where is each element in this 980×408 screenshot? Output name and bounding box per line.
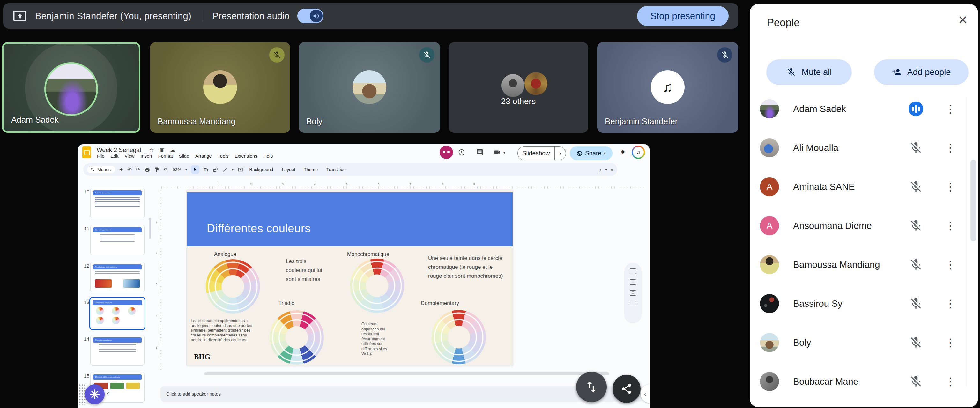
more-options-button[interactable]: ⋮ bbox=[945, 102, 956, 115]
menu-view[interactable]: View bbox=[124, 153, 134, 159]
more-options-button[interactable]: ⋮ bbox=[945, 142, 956, 154]
slide-thumbnail-13-selected[interactable]: Différentes couleurs bbox=[89, 297, 145, 330]
menu-slide[interactable]: Slide bbox=[179, 153, 189, 159]
paint-format-icon[interactable] bbox=[154, 167, 159, 172]
folder-icon[interactable] bbox=[630, 301, 636, 306]
speaker-notes-input[interactable]: Click to add speaker notes bbox=[161, 386, 643, 402]
drag-handle[interactable] bbox=[78, 384, 86, 405]
search-menus-button[interactable]: Menus bbox=[87, 166, 115, 173]
swap-presentation-button[interactable] bbox=[576, 371, 607, 402]
list-scrollbar[interactable] bbox=[970, 159, 976, 241]
slide-thumbnail-10[interactable]: Activité des polices bbox=[90, 188, 145, 218]
menu-arrange[interactable]: Arrange bbox=[195, 153, 212, 159]
collapse-toolbar-icon[interactable]: ∧ bbox=[610, 167, 614, 172]
redo-icon[interactable]: ↷ bbox=[136, 167, 140, 172]
move-folder-icon[interactable]: ▣ bbox=[159, 147, 164, 153]
collapse-widget-icon[interactable]: ‹ bbox=[107, 388, 110, 398]
list-item[interactable]: Boly ⋮ bbox=[760, 323, 956, 362]
slide-canvas[interactable]: Différentes couleurs Analogue Les trois … bbox=[187, 190, 513, 365]
menu-bar: File Edit View Insert Format Slide Arran… bbox=[97, 153, 273, 159]
list-item[interactable]: Adam Sadek ⋮ bbox=[760, 89, 956, 128]
tile-bamoussa-mandiang[interactable]: Bamoussa Mandiang bbox=[150, 42, 290, 133]
gemini-floating-button[interactable] bbox=[85, 384, 105, 404]
chevron-down-icon[interactable]: ▾ bbox=[232, 168, 234, 171]
gemini-icon[interactable]: ✦ bbox=[619, 148, 626, 157]
menu-tools[interactable]: Tools bbox=[218, 153, 229, 159]
doc-title[interactable]: Week 2 Senegal bbox=[97, 147, 141, 153]
pointer-mode-icon[interactable]: ▷ bbox=[599, 167, 602, 172]
tile-benjamin-standefer[interactable]: ♫ Benjamin Standefer bbox=[597, 42, 738, 133]
mic-off-icon bbox=[909, 297, 923, 310]
contacts-icon[interactable] bbox=[630, 279, 636, 285]
tile-adam-sadek[interactable]: Adam Sadek bbox=[2, 42, 140, 133]
background-button[interactable]: Background bbox=[250, 167, 274, 172]
menu-extensions[interactable]: Extensions bbox=[234, 153, 257, 159]
filmstrip-scrollbar[interactable] bbox=[149, 218, 151, 239]
presentation-audio-toggle[interactable] bbox=[298, 9, 323, 23]
slide-thumbnail-14[interactable]: Questions pratiques bbox=[90, 335, 145, 365]
version-history-icon[interactable] bbox=[458, 149, 465, 156]
list-item[interactable]: A Aminata SANE ⋮ bbox=[760, 167, 956, 206]
transition-button[interactable]: Transition bbox=[326, 167, 346, 172]
list-item[interactable]: Bamoussa Mandiang ⋮ bbox=[760, 245, 956, 284]
meet-camera-icon[interactable] bbox=[493, 149, 501, 156]
tile-boly[interactable]: Boly bbox=[299, 42, 440, 133]
account-avatar[interactable]: ♫ bbox=[632, 145, 645, 159]
zoom-level[interactable]: 93% bbox=[173, 167, 181, 172]
new-slide-button[interactable]: + bbox=[119, 166, 123, 173]
insert-placeholder-tool[interactable] bbox=[238, 167, 243, 172]
menu-help[interactable]: Help bbox=[263, 153, 273, 159]
slideshow-button[interactable]: Slideshow ▾ bbox=[517, 146, 566, 160]
share-screen-button[interactable] bbox=[612, 375, 641, 403]
text-complementary: Couleurs opposées qui ressortent (couram… bbox=[361, 322, 394, 357]
chevron-down-icon[interactable]: ▾ bbox=[503, 150, 505, 155]
list-item[interactable]: Ali Moualla ⋮ bbox=[760, 128, 956, 167]
tile-23-others[interactable]: 23 others bbox=[449, 42, 588, 133]
participant-name: Bassirou Sy bbox=[793, 298, 843, 309]
image-search-icon[interactable] bbox=[630, 290, 636, 296]
menu-format[interactable]: Format bbox=[158, 153, 173, 159]
swap-vertical-icon bbox=[584, 379, 599, 394]
menu-insert[interactable]: Insert bbox=[141, 153, 152, 159]
chevron-down-icon[interactable]: ▾ bbox=[185, 168, 187, 171]
more-options-button[interactable]: ⋮ bbox=[945, 258, 956, 271]
label-analogue: Analogue bbox=[214, 251, 236, 257]
list-item[interactable]: A Ansoumana Dieme ⋮ bbox=[760, 206, 956, 245]
list-item[interactable]: Bassirou Sy ⋮ bbox=[760, 284, 956, 323]
zoom-icon[interactable] bbox=[164, 167, 169, 172]
insert-image-tool[interactable] bbox=[213, 167, 218, 172]
select-tool[interactable] bbox=[191, 166, 199, 174]
comments-icon[interactable] bbox=[476, 149, 483, 156]
list-item[interactable]: Boubacar Mane ⋮ bbox=[760, 362, 956, 401]
theme-button[interactable]: Theme bbox=[304, 167, 318, 172]
contact-card-icon[interactable] bbox=[630, 268, 636, 274]
text-box-tool[interactable]: TT bbox=[204, 167, 208, 172]
more-options-button[interactable]: ⋮ bbox=[945, 219, 956, 232]
people-panel: People × Mute all Add people Adam Sadek … bbox=[750, 4, 978, 407]
print-icon[interactable] bbox=[145, 167, 150, 172]
more-options-button[interactable]: ⋮ bbox=[945, 180, 956, 193]
canvas-horizontal-scrollbar[interactable] bbox=[204, 372, 609, 375]
line-tool[interactable] bbox=[222, 167, 228, 172]
extension-avatar-icon[interactable] bbox=[440, 145, 453, 159]
tile-name: Benjamin Standefer bbox=[605, 116, 678, 126]
add-people-button[interactable]: Add people bbox=[874, 59, 969, 85]
more-options-button[interactable]: ⋮ bbox=[945, 375, 956, 388]
more-options-button[interactable]: ⋮ bbox=[945, 297, 956, 310]
share-button[interactable]: Share ▾ bbox=[570, 146, 612, 160]
chevron-down-icon[interactable]: ▾ bbox=[555, 151, 566, 156]
slide-thumbnail-11[interactable]: Question pratiques bbox=[90, 225, 145, 255]
mute-all-button[interactable]: Mute all bbox=[766, 59, 852, 85]
list-item-partial[interactable]: ⋮ bbox=[760, 401, 956, 407]
menu-file[interactable]: File bbox=[97, 153, 104, 159]
stop-presenting-button[interactable]: Stop presenting bbox=[637, 6, 729, 26]
close-icon[interactable]: × bbox=[958, 12, 967, 27]
menu-edit[interactable]: Edit bbox=[110, 153, 118, 159]
undo-icon[interactable]: ↶ bbox=[127, 167, 132, 172]
more-options-button[interactable]: ⋮ bbox=[945, 336, 956, 349]
chevron-down-icon[interactable]: ▾ bbox=[606, 168, 607, 171]
chevron-down-icon[interactable]: ▾ bbox=[604, 151, 606, 156]
slide-thumbnail-12[interactable]: Psychologie des couleurs bbox=[90, 262, 145, 292]
star-icon[interactable]: ☆ bbox=[149, 147, 154, 153]
layout-button[interactable]: Layout bbox=[282, 167, 295, 172]
